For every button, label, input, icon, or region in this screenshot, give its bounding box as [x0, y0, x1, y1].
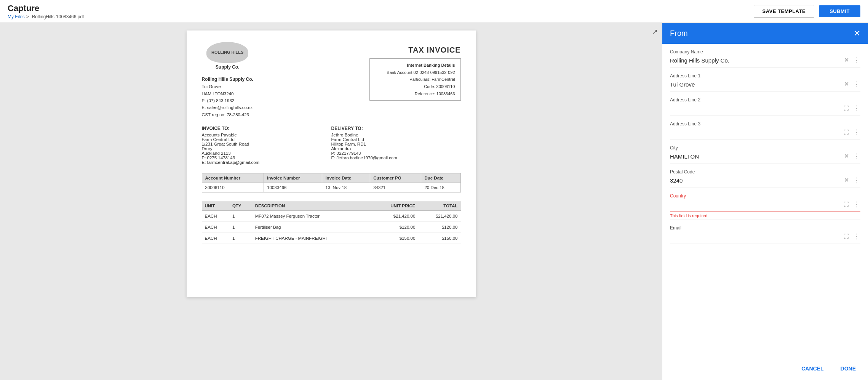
field-menu-button[interactable]: ⋮ — [852, 104, 860, 112]
field-label: Address Line 3 — [670, 121, 860, 127]
item-unit: EACH — [202, 233, 229, 244]
table-row: EACH 1 FREIGHT CHARGE - MAINFREIGHT $150… — [202, 233, 461, 244]
item-unit-price: $150.00 — [372, 233, 419, 244]
item-unit: EACH — [202, 222, 229, 233]
document-viewer: ↗ ROLLING HILLS Supply Co. Rolling Hills… — [0, 23, 662, 380]
from-address2: HAMILTON3240 — [202, 90, 253, 97]
invoice-to-heading: INVOICE TO: — [202, 126, 331, 131]
meta-header-invoice: Invoice Number — [264, 173, 322, 183]
field-label: Postal Code — [670, 169, 860, 175]
meta-po: 34321 — [370, 183, 421, 192]
field-label: Address Line 2 — [670, 97, 860, 103]
invoice-to-lines: Accounts Payable Farm Central Ltd 1/231 … — [202, 133, 331, 165]
item-description: FREIGHT CHARGE - MAINFREIGHT — [252, 233, 372, 244]
from-modal: From ✕ Company Name Rolling Hills Supply… — [662, 23, 868, 380]
field-menu-button[interactable]: ⋮ — [852, 56, 860, 64]
banking-reference: Reference: 10083466 — [375, 90, 455, 98]
top-bar: Capture My Files > RollingHills-10083466… — [0, 0, 868, 23]
list-item: Drury — [202, 146, 331, 151]
logo-area: ROLLING HILLS Supply Co. — [202, 42, 253, 70]
doc-left: ROLLING HILLS Supply Co. Rolling Hills S… — [202, 42, 253, 118]
field-menu-button[interactable]: ⋮ — [852, 232, 860, 241]
field-label: City — [670, 145, 860, 151]
items-header-qty: QTY — [229, 201, 252, 211]
submit-button[interactable]: SUBMIT — [819, 5, 860, 17]
field-value: Tui Grove ✕⋮ — [670, 80, 860, 90]
field-actions: ⛶⋮ — [843, 232, 860, 241]
item-unit-price: $21,420.00 — [372, 211, 419, 222]
field-clear-button[interactable]: ✕ — [843, 152, 850, 160]
list-item: P: 0221779143 — [331, 151, 461, 156]
page-title: Capture — [8, 3, 85, 13]
field-value: HAMILTON ✕⋮ — [670, 152, 860, 162]
field-clear-button[interactable]: ✕ — [843, 56, 850, 64]
from-modal-title: From — [670, 29, 688, 38]
save-template-button[interactable]: SAVE TEMPLATE — [754, 5, 815, 18]
items-table: UNIT QTY DESCRIPTION UNIT PRICE TOTAL EA… — [202, 201, 461, 244]
field-expand-button[interactable]: ⛶ — [843, 233, 850, 240]
cancel-button[interactable]: CANCEL — [797, 363, 828, 374]
field-row: Company Name Rolling Hills Supply Co. ✕⋮ — [670, 44, 860, 68]
invoice-document: ROLLING HILLS Supply Co. Rolling Hills S… — [187, 30, 476, 297]
items-header-desc: DESCRIPTION — [252, 201, 372, 211]
done-button[interactable]: DONE — [836, 363, 860, 374]
meta-table: Account Number Invoice Number Invoice Da… — [202, 173, 461, 192]
field-menu-button[interactable]: ⋮ — [852, 128, 860, 136]
list-item: P: 0275 1478143 — [202, 156, 331, 160]
field-menu-button[interactable]: ⋮ — [852, 200, 860, 208]
field-actions: ⛶⋮ — [843, 128, 860, 136]
breadcrumb: My Files > RollingHills-10083466.pdf — [8, 14, 85, 19]
field-expand-button[interactable]: ⛶ — [843, 201, 850, 208]
field-value-text: Rolling Hills Supply Co. — [670, 57, 843, 64]
item-unit-price: $120.00 — [372, 222, 419, 233]
invoice-to-section: INVOICE TO: Accounts Payable Farm Centra… — [202, 126, 461, 165]
banking-account: Bank Account 02-0248-0991532-092 — [375, 69, 455, 76]
top-bar-actions: SAVE TEMPLATE SUBMIT — [754, 5, 860, 18]
meta-account: 30006110 — [202, 183, 264, 192]
field-row: City HAMILTON ✕⋮ — [670, 140, 860, 164]
banking-code: Code: 30006110 — [375, 83, 455, 90]
from-modal-overlay: From ✕ Company Name Rolling Hills Supply… — [662, 23, 868, 380]
field-menu-button[interactable]: ⋮ — [852, 152, 860, 160]
table-row: EACH 1 MF872 Massey Ferguson Tractor $21… — [202, 211, 461, 222]
delivery-to-col: DELIVERY TO: Jethro Bodine Farm Central … — [331, 126, 461, 165]
breadcrumb-my-files[interactable]: My Files — [8, 14, 25, 19]
item-qty: 1 — [229, 233, 252, 244]
field-value: ⛶⋮ — [670, 104, 860, 114]
items-header-unit: UNIT — [202, 201, 229, 211]
field-expand-button[interactable]: ⛶ — [843, 105, 850, 112]
field-value: ⛶⋮ — [670, 200, 860, 210]
company-logo: ROLLING HILLS — [206, 42, 248, 63]
field-value-text: Tui Grove — [670, 81, 843, 88]
from-modal-close-button[interactable]: ✕ — [854, 29, 860, 38]
doc-header: ROLLING HILLS Supply Co. Rolling Hills S… — [202, 42, 461, 118]
field-expand-button[interactable]: ⛶ — [843, 129, 850, 136]
items-header-price: UNIT PRICE — [372, 201, 419, 211]
banking-particulars: Particulars: FarmCentral — [375, 76, 455, 83]
field-row: Address Line 3 ⛶⋮ — [670, 116, 860, 140]
field-row: Address Line 2 ⛶⋮ — [670, 92, 860, 116]
breadcrumb-file: RollingHills-10083466.pdf — [32, 14, 84, 19]
field-value: ⛶⋮ — [670, 232, 860, 242]
field-actions: ✕⋮ — [843, 152, 860, 160]
from-address: Rolling Hills Supply Co. Tui Grove HAMIL… — [202, 76, 253, 118]
banking-box: Internet Banking Details Bank Account 02… — [369, 58, 461, 101]
field-clear-button[interactable]: ✕ — [843, 80, 850, 88]
field-clear-button[interactable]: ✕ — [843, 176, 850, 184]
breadcrumb-separator: > — [26, 14, 29, 19]
field-menu-button[interactable]: ⋮ — [852, 80, 860, 88]
from-modal-header: From ✕ — [662, 23, 868, 44]
item-qty: 1 — [229, 222, 252, 233]
from-modal-body: Company Name Rolling Hills Supply Co. ✕⋮… — [662, 44, 868, 357]
item-unit: EACH — [202, 211, 229, 222]
list-item: 1/231 Great South Road — [202, 142, 331, 146]
expand-icon[interactable]: ↗ — [652, 27, 658, 36]
item-description: Fertiliser Bag — [252, 222, 372, 233]
field-actions: ✕⋮ — [843, 56, 860, 64]
meta-header-due: Due Date — [421, 173, 460, 183]
item-total: $150.00 — [418, 233, 460, 244]
field-value-text: HAMILTON — [670, 153, 843, 160]
field-menu-button[interactable]: ⋮ — [852, 176, 860, 184]
delivery-to-lines: Jethro Bodine Farm Central Ltd Hilltop F… — [331, 133, 461, 160]
item-total: $21,420.00 — [418, 211, 460, 222]
